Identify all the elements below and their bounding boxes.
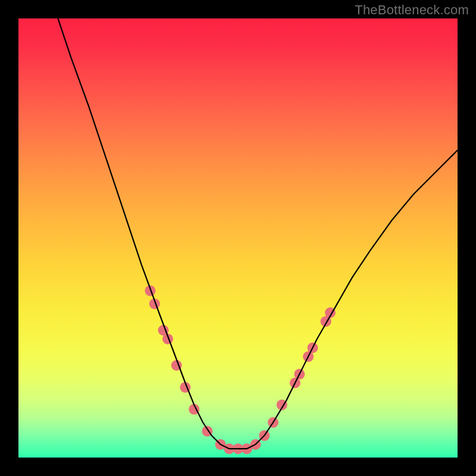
chart-svg	[18, 18, 458, 458]
plot-area	[18, 18, 458, 458]
watermark-text: TheBottleneck.com	[355, 2, 469, 18]
marker-layer	[145, 286, 336, 455]
bottleneck-curve	[58, 18, 458, 449]
chart-frame: TheBottleneck.com	[0, 0, 476, 476]
